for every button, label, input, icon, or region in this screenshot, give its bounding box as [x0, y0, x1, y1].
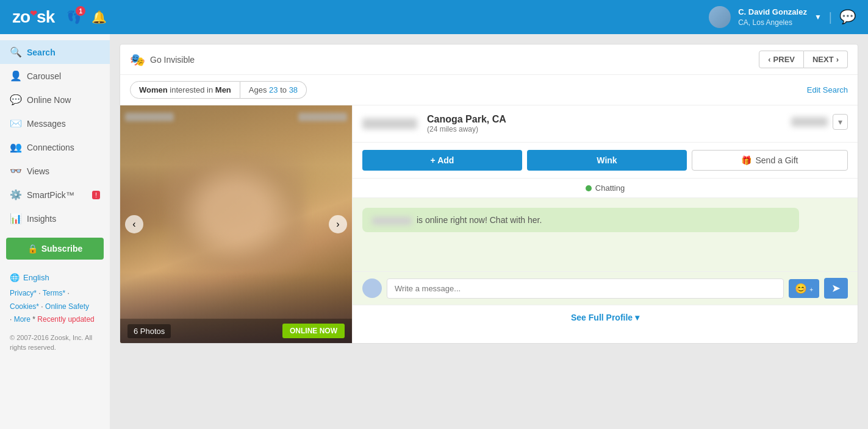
- chat-message-text: is online right now! Chat with her.: [417, 215, 542, 225]
- location-city: Canoga Park, CA: [427, 114, 506, 125]
- go-invisible-label: Go Invisible: [150, 55, 195, 65]
- subscribe-button[interactable]: 🔒 Subscribe: [6, 238, 104, 260]
- filter-ages-label: Ages: [249, 85, 267, 94]
- location-distance: (24 miles away): [427, 125, 506, 133]
- header-left: zo❤sk 👣 1 🔔: [12, 7, 107, 27]
- globe-icon: 🌐: [10, 273, 20, 282]
- prev-arrow-icon: ‹: [768, 55, 770, 64]
- edit-search-link[interactable]: Edit Search: [807, 85, 848, 94]
- smartpick-badge: !: [92, 191, 100, 199]
- online-icon: 💬: [10, 94, 22, 105]
- filter-interested-in: interested in: [170, 85, 213, 94]
- profile-photo: [120, 105, 352, 343]
- add-button[interactable]: + Add: [362, 150, 522, 171]
- avatar: [709, 6, 731, 28]
- messages-icon: ✉️: [10, 118, 22, 129]
- search-icon: 🔍: [10, 46, 22, 58]
- notifications-badge: 1: [76, 6, 85, 16]
- sidebar-item-smartpick[interactable]: ⚙️ SmartPick™ !: [0, 183, 110, 207]
- sidebar-label-messages: Messages: [27, 119, 66, 129]
- wink-button[interactable]: Wink: [527, 150, 687, 171]
- more-link[interactable]: More: [14, 315, 30, 324]
- sidebar-item-views[interactable]: 👓 Views: [0, 159, 110, 183]
- sidebar-label-online: Online Now: [27, 95, 71, 105]
- filter-age-min: 23: [269, 85, 278, 94]
- go-invisible-button[interactable]: 🎭 Go Invisible: [130, 52, 195, 67]
- send-gift-button[interactable]: 🎁 Send a Gift: [692, 150, 848, 171]
- sidebar-label-views: Views: [27, 166, 49, 176]
- user-info: C. David Gonzalez CA, Los Angeles: [738, 7, 807, 28]
- next-button[interactable]: NEXT ›: [804, 51, 848, 68]
- photo-prev-button[interactable]: ‹: [125, 215, 143, 233]
- header-right: C. David Gonzalez CA, Los Angeles ▼ | 💬: [709, 6, 856, 28]
- filter-age-tag[interactable]: Ages 23 to 38: [240, 81, 307, 99]
- notifications-button[interactable]: 👣 1: [66, 10, 82, 24]
- action-buttons: + Add Wink 🎁 Send a Gift: [353, 143, 858, 179]
- chat-sender-name-blurred: [372, 217, 412, 225]
- sidebar-item-carousel[interactable]: 👤 Carousel: [0, 64, 110, 88]
- mask-icon: 🎭: [130, 52, 145, 67]
- filter-gender-tag[interactable]: Women interested in Men: [130, 81, 240, 99]
- gift-icon: 🎁: [741, 155, 751, 165]
- photo-next-button[interactable]: ›: [329, 215, 347, 233]
- chat-icon[interactable]: 💬: [839, 9, 856, 25]
- sidebar-label-carousel: Carousel: [27, 71, 61, 81]
- blurred-name-left: [125, 113, 174, 121]
- send-button[interactable]: ➤: [824, 278, 848, 299]
- connections-icon: 👥: [10, 141, 22, 153]
- cookies-link[interactable]: Cookies*: [10, 302, 39, 311]
- profile-score-area: ▾: [791, 114, 848, 130]
- send-icon: ➤: [831, 282, 841, 294]
- filter-target-gender: Men: [215, 85, 231, 94]
- chevron-down-icon: ▾: [635, 313, 639, 322]
- terms-link[interactable]: Terms*: [43, 289, 65, 297]
- sidebar: 🔍 Search 👤 Carousel 💬 Online Now ✉️ Mess…: [0, 34, 110, 429]
- lock-icon: 🔒: [27, 244, 38, 254]
- alerts-button[interactable]: 🔔: [91, 10, 107, 24]
- chat-message: is online right now! Chat with her.: [362, 208, 799, 232]
- sidebar-label-search: Search: [27, 48, 56, 57]
- next-arrow-icon: ›: [836, 55, 839, 64]
- profile-dropdown[interactable]: ▾: [833, 114, 848, 130]
- sidebar-label-connections: Connections: [27, 143, 74, 152]
- language-selector[interactable]: 🌐 English: [10, 273, 100, 282]
- recently-updated-link[interactable]: Recently updated: [37, 315, 94, 324]
- chat-input[interactable]: [387, 278, 784, 299]
- online-badge: ONLINE NOW: [282, 324, 345, 338]
- chatting-dot: [586, 185, 592, 191]
- header: zo❤sk 👣 1 🔔 C. David Gonzalez CA, Los An…: [0, 0, 868, 34]
- user-name: C. David Gonzalez: [738, 7, 807, 18]
- online-safety-link[interactable]: Online Safety: [45, 302, 89, 311]
- see-full-profile-bar: See Full Profile ▾: [353, 305, 858, 330]
- header-icons: 👣 1 🔔: [66, 10, 107, 24]
- sidebar-item-insights[interactable]: 📊 Insights: [0, 207, 110, 230]
- main-content: 🎭 Go Invisible ‹ PREV NEXT ›: [110, 34, 868, 429]
- user-dropdown-arrow[interactable]: ▼: [814, 13, 822, 21]
- insights-icon: 📊: [10, 213, 22, 224]
- profile-name-area: Canoga Park, CA (24 miles away): [362, 114, 506, 133]
- filter-bar: Women interested in Men Ages 23 to 38 Ed…: [120, 75, 858, 105]
- layout: 🔍 Search 👤 Carousel 💬 Online Now ✉️ Mess…: [0, 34, 868, 429]
- see-full-profile-link[interactable]: See Full Profile ▾: [571, 313, 639, 322]
- card-header: 🎭 Go Invisible ‹ PREV NEXT ›: [120, 44, 858, 75]
- emoji-icon: 😊: [795, 283, 807, 294]
- blurred-name-right: [298, 113, 347, 121]
- photo-bottom-bar: 6 Photos ONLINE NOW: [120, 319, 352, 343]
- profile-content: ‹ › 6 Photos ONLINE NOW Canoga Par: [120, 105, 858, 343]
- chatting-bar: Chatting: [353, 179, 858, 198]
- sidebar-item-messages[interactable]: ✉️ Messages: [0, 112, 110, 135]
- chat-input-area: 😊 + ➤: [353, 271, 858, 305]
- smartpick-icon: ⚙️: [10, 189, 22, 200]
- sidebar-item-connections[interactable]: 👥 Connections: [0, 135, 110, 159]
- prev-button[interactable]: ‹ PREV: [759, 51, 804, 68]
- sidebar-links: Privacy* · Terms* · Cookies* · Online Sa…: [10, 287, 100, 327]
- sidebar-item-search[interactable]: 🔍 Search: [0, 40, 110, 64]
- privacy-link[interactable]: Privacy*: [10, 289, 37, 297]
- profile-info: Canoga Park, CA (24 miles away) ▾ + Add …: [352, 105, 858, 343]
- photos-count: 6 Photos: [127, 324, 171, 338]
- emoji-button[interactable]: 😊 +: [789, 279, 819, 298]
- location-info: Canoga Park, CA (24 miles away): [427, 114, 506, 133]
- heart-icon: ❤: [30, 9, 37, 18]
- filter-age-to: to: [280, 85, 287, 94]
- sidebar-item-online-now[interactable]: 💬 Online Now: [0, 88, 110, 112]
